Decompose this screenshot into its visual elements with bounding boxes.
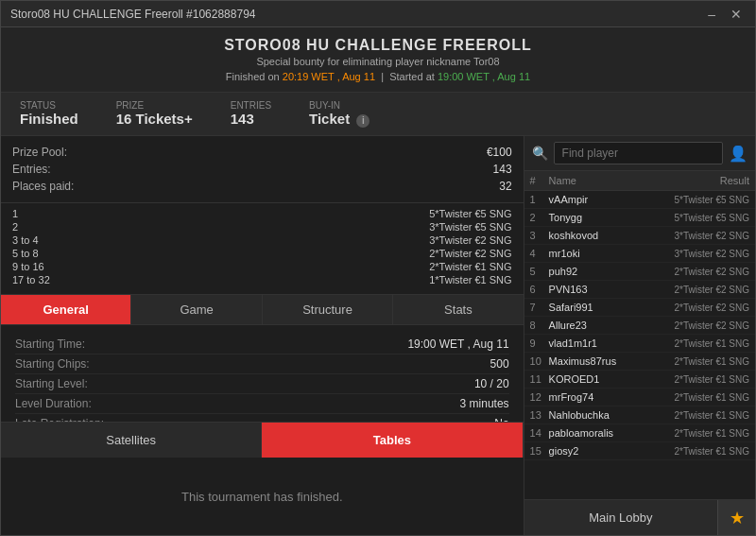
place-rank: 9 to 16 — [12, 261, 44, 272]
player-name: mr1oki — [549, 248, 664, 259]
player-name: pabloamoralis — [549, 427, 664, 439]
buyin-value: Ticket i — [309, 111, 369, 127]
place-row: 3 to 43*Twister €2 SNG — [12, 233, 512, 247]
satellites-button[interactable]: Satellites — [1, 423, 262, 458]
player-result: 2*Twister €1 SNG — [664, 428, 749, 439]
started-time: 19:00 WET , Aug 11 — [438, 71, 530, 82]
player-name: vlad1m1r1 — [549, 337, 664, 349]
tabs: General Game Structure Stats — [1, 295, 524, 325]
player-result: 2*Twister €1 SNG — [664, 338, 749, 349]
place-row: 5 to 82*Twister €2 SNG — [12, 247, 512, 260]
prize-places: 15*Twister €5 SNG23*Twister €5 SNG3 to 4… — [1, 203, 524, 295]
player-row[interactable]: 1vAAmpir5*Twister €5 SNG — [524, 191, 755, 209]
player-row[interactable]: 5puh922*Twister €2 SNG — [524, 263, 755, 281]
player-name: Safari991 — [549, 302, 664, 313]
info-icon[interactable]: i — [356, 114, 369, 128]
player-rank: 2 — [530, 212, 549, 223]
player-row[interactable]: 10Maximus87rus2*Twister €1 SNG — [524, 353, 755, 371]
tournament-title: STORO08 HU CHALLENGE FREEROLL — [10, 37, 746, 54]
player-rank: 15 — [530, 445, 549, 457]
place-rank: 5 to 8 — [12, 248, 39, 259]
player-row[interactable]: 14pabloamoralis2*Twister €1 SNG — [524, 424, 755, 442]
player-result: 3*Twister €2 SNG — [664, 249, 749, 259]
field-row: Starting Level:10 / 20 — [15, 374, 509, 394]
status-item: Status Finished — [20, 100, 78, 128]
player-row[interactable]: 9vlad1m1r12*Twister €1 SNG — [524, 335, 755, 353]
buyin-item: Buy-in Ticket i — [309, 100, 369, 128]
place-row: 17 to 321*Twister €1 SNG — [12, 273, 512, 286]
player-name: Allure23 — [549, 320, 664, 331]
player-row[interactable]: 2Tonygg5*Twister €5 SNG — [524, 209, 755, 227]
player-result: 2*Twister €1 SNG — [664, 374, 749, 385]
place-prize: 3*Twister €2 SNG — [429, 234, 511, 246]
places-label: Places paid: — [12, 180, 74, 193]
col-name: Name — [549, 175, 664, 186]
player-result: 2*Twister €2 SNG — [664, 285, 749, 295]
main-window: Storo08 HU CHALLENGE Freeroll #106288879… — [0, 0, 756, 536]
field-row: Starting Chips:500 — [15, 354, 509, 374]
player-result: 5*Twister €5 SNG — [664, 213, 749, 223]
player-row[interactable]: 15giosy22*Twister €1 SNG — [524, 442, 755, 460]
entries-row: Entries: 143 — [12, 161, 512, 178]
player-row[interactable]: 4mr1oki3*Twister €2 SNG — [524, 245, 755, 263]
player-row[interactable]: 6PVN1632*Twister €2 SNG — [524, 281, 755, 299]
finished-message: This tournament has finished. — [1, 458, 524, 535]
prize-label: Prize — [116, 100, 193, 111]
field-row: Starting Time:19:00 WET , Aug 11 — [15, 335, 509, 354]
favorite-button[interactable]: ★ — [717, 500, 755, 535]
field-value: 3 minutes — [460, 397, 509, 410]
player-row[interactable]: 7Safari9912*Twister €2 SNG — [524, 299, 755, 317]
tab-stats[interactable]: Stats — [393, 295, 523, 324]
player-row[interactable]: 12mrFrog742*Twister €1 SNG — [524, 389, 755, 406]
player-result: 2*Twister €1 SNG — [664, 410, 749, 421]
place-prize: 3*Twister €5 SNG — [429, 221, 511, 233]
main-lobby-button[interactable]: Main Lobby — [524, 500, 717, 535]
player-name: Tonygg — [549, 212, 664, 223]
player-row[interactable]: 8Allure232*Twister €2 SNG — [524, 317, 755, 335]
prize-pool-value: €100 — [487, 146, 512, 159]
tab-general[interactable]: General — [1, 295, 131, 324]
prize-pool-label: Prize Pool: — [12, 146, 67, 159]
tables-button[interactable]: Tables — [262, 423, 523, 458]
player-row[interactable]: 11KOROED12*Twister €1 SNG — [524, 371, 755, 389]
add-player-icon[interactable]: 👤 — [729, 145, 747, 163]
player-list: 1vAAmpir5*Twister €5 SNG2Tonygg5*Twister… — [524, 191, 755, 499]
prize-pool-row: Prize Pool: €100 — [12, 144, 512, 161]
player-row[interactable]: 3koshkovod3*Twister €2 SNG — [524, 227, 755, 245]
player-rank: 4 — [530, 248, 549, 259]
minimize-button[interactable]: – — [704, 7, 719, 22]
player-name: vAAmpir — [549, 194, 664, 205]
player-rank: 8 — [530, 320, 549, 331]
player-name: puh92 — [549, 266, 664, 277]
tab-structure[interactable]: Structure — [263, 295, 393, 324]
place-prize: 5*Twister €5 SNG — [429, 208, 511, 219]
tournament-header: STORO08 HU CHALLENGE FREEROLL Special bo… — [1, 27, 755, 93]
finished-label: Finished on — [226, 71, 280, 82]
field-value: 10 / 20 — [474, 377, 509, 390]
entries-label: Entries — [231, 100, 271, 111]
tournament-time: Finished on 20:19 WET , Aug 11 | Started… — [10, 71, 746, 82]
player-result: 5*Twister €5 SNG — [664, 195, 749, 205]
status-value: Finished — [20, 111, 78, 127]
player-row[interactable]: 13Nahlobuchka2*Twister €1 SNG — [524, 406, 755, 424]
tab-game[interactable]: Game — [131, 295, 262, 324]
close-button[interactable]: ✕ — [727, 7, 746, 22]
player-list-header: # Name Result — [524, 171, 755, 191]
info-bar: Status Finished Prize 16 Tickets+ Entrie… — [1, 93, 755, 136]
place-rank: 3 to 4 — [12, 234, 39, 246]
player-rank: 3 — [530, 230, 549, 241]
place-row: 23*Twister €5 SNG — [12, 220, 512, 233]
find-player-input[interactable] — [554, 142, 723, 164]
player-rank: 10 — [530, 355, 549, 367]
player-rank: 1 — [530, 194, 549, 205]
player-result: 2*Twister €2 SNG — [664, 320, 749, 331]
window-controls: – ✕ — [704, 7, 746, 22]
player-result: 2*Twister €2 SNG — [664, 303, 749, 313]
field-label: Starting Level: — [15, 377, 88, 390]
player-name: PVN163 — [549, 284, 664, 295]
prize-item: Prize 16 Tickets+ — [116, 100, 193, 128]
player-rank: 11 — [530, 373, 549, 385]
search-icon: 🔍 — [532, 146, 548, 161]
player-name: giosy2 — [549, 445, 664, 457]
prize-value: 16 Tickets+ — [116, 111, 193, 127]
